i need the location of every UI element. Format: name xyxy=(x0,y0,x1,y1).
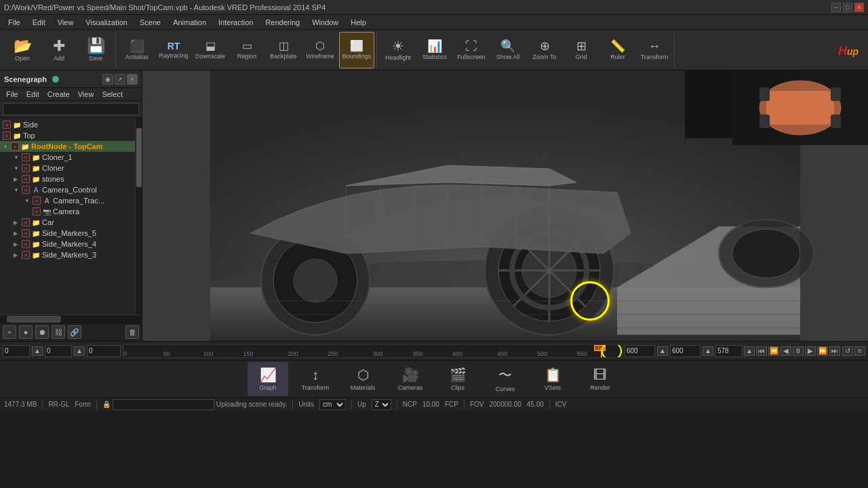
visibility-toggle-sidemarkers3[interactable]: × xyxy=(22,251,30,259)
vsets-button[interactable]: 📋 VSets xyxy=(532,362,573,396)
tree-item-car[interactable]: ▶ × 📁 Car xyxy=(0,217,135,228)
tree-item-sidemarkers4[interactable]: ▶ × 📁 Side_Markers_4 xyxy=(0,239,135,249)
anim-end-spinup[interactable]: ▲ xyxy=(657,346,668,356)
downscale-button[interactable]: ⬓ Downscale xyxy=(193,32,228,68)
antialias-button[interactable]: ⬛ Antialias xyxy=(119,32,155,68)
tree-item-side[interactable]: × 📁 Side xyxy=(0,119,135,130)
anim-offset-input[interactable] xyxy=(45,345,72,357)
sg-link-button[interactable]: ⛓ xyxy=(52,325,65,339)
menu-scene[interactable]: Scene xyxy=(134,17,166,28)
search-input[interactable] xyxy=(3,103,139,115)
status-input[interactable] xyxy=(113,399,214,410)
sg-menu-create[interactable]: Create xyxy=(44,89,73,99)
minimize-button[interactable]: − xyxy=(831,3,841,12)
zoomto-button[interactable]: ⊕ Zoom To xyxy=(527,32,562,68)
menu-visualization[interactable]: Visualization xyxy=(80,17,133,28)
horizontal-scroll-thumb[interactable] xyxy=(7,316,61,323)
tree-item-camera-control[interactable]: ▼ × A Camera_Control xyxy=(0,184,135,195)
tree-item-sidemarkers3[interactable]: ▶ × 📁 Side_Markers_3 xyxy=(0,249,135,260)
anim-val-input[interactable] xyxy=(87,345,121,357)
boundings-button[interactable]: ⬜ Boundings xyxy=(339,32,374,68)
visibility-toggle-rootnode[interactable]: × xyxy=(11,142,19,150)
maximize-button[interactable]: □ xyxy=(843,3,852,12)
grid-button[interactable]: ⊞ Grid xyxy=(564,32,599,68)
sg-detach-button[interactable]: ↗ xyxy=(115,74,125,85)
tree-item-cloner1[interactable]: ▼ × 📁 Cloner_1 xyxy=(0,152,135,163)
backplate-button[interactable]: ◫ Backplate xyxy=(266,32,301,68)
visibility-toggle-cloner1[interactable]: × xyxy=(22,153,30,161)
timeline-ruler[interactable]: 0 50 100 150 200 250 300 350 400 450 500… xyxy=(123,344,623,358)
visibility-toggle-stones[interactable]: × xyxy=(22,175,30,183)
step-back[interactable]: ⏪ xyxy=(768,346,779,356)
visibility-toggle-sidemarkers4[interactable]: × xyxy=(22,240,30,248)
tree-item-stones[interactable]: ▶ × 📁 stones xyxy=(0,174,135,184)
scenegraph-scroll-thumb[interactable] xyxy=(136,128,142,187)
sg-anim-button[interactable]: ⏺ xyxy=(35,325,49,339)
visibility-toggle-top[interactable]: × xyxy=(3,131,11,140)
render-button[interactable]: 🎞 Render xyxy=(580,362,620,396)
headlight-button[interactable]: ☀ Headlight xyxy=(380,32,416,68)
play-forward[interactable]: ▶ xyxy=(805,346,816,356)
menu-rendering[interactable]: Rendering xyxy=(260,17,305,28)
materials-button[interactable]: ⬡ Materials xyxy=(342,362,383,396)
visibility-toggle-cloner[interactable]: × xyxy=(22,164,30,172)
menu-animation[interactable]: Animation xyxy=(167,17,212,28)
anim-end-input[interactable] xyxy=(625,345,655,357)
sg-menu-select[interactable]: Select xyxy=(98,89,126,99)
play-back[interactable]: ◀ xyxy=(781,346,791,356)
sg-add-button[interactable]: + xyxy=(3,325,16,339)
raytracing-button[interactable]: RT Raytracing xyxy=(156,32,191,68)
anim-start-input[interactable] xyxy=(3,345,30,357)
visibility-toggle-camera-trac[interactable]: × xyxy=(33,197,41,205)
anim-start-spinup[interactable]: ▲ xyxy=(32,346,43,356)
sg-menu-file[interactable]: File xyxy=(3,89,22,99)
visibility-toggle-car[interactable]: × xyxy=(22,218,30,226)
sg-unlink-button[interactable]: 🔗 xyxy=(68,325,81,339)
units-select[interactable]: cmmmm xyxy=(319,399,346,410)
step-forward[interactable]: ⏩ xyxy=(817,346,828,356)
visibility-toggle-side[interactable]: × xyxy=(3,121,11,129)
sg-menu-view[interactable]: View xyxy=(75,89,98,99)
menu-edit[interactable]: Edit xyxy=(27,17,51,28)
visibility-toggle-camera-control[interactable]: × xyxy=(22,186,30,194)
current-frame-input[interactable] xyxy=(715,345,743,357)
scenegraph-vertical-scrollbar[interactable] xyxy=(135,118,142,314)
tree-item-rootnode[interactable]: ▼ × 📁 RootNode - TopCam xyxy=(0,141,135,152)
statistics-button[interactable]: 📊 Statistics xyxy=(417,32,452,68)
fullscreen-button[interactable]: ⛶ Fullscreen xyxy=(454,32,489,68)
sg-delete-button[interactable]: 🗑 xyxy=(125,325,139,339)
up-select[interactable]: ZY xyxy=(372,399,391,410)
sg-record-button[interactable]: ● xyxy=(19,325,33,339)
options-button[interactable]: ≡ xyxy=(854,346,865,356)
sg-toggle-button[interactable]: ◉ xyxy=(102,74,113,85)
open-button[interactable]: 📂 Open xyxy=(5,32,40,68)
viewport[interactable] xyxy=(142,70,868,341)
region-button[interactable]: ▭ Region xyxy=(229,32,264,68)
frame-spinup[interactable]: ▲ xyxy=(744,346,755,356)
menu-window[interactable]: Window xyxy=(307,17,344,28)
anim-dur-spinup[interactable]: ▲ xyxy=(703,346,713,356)
transform-bottom-button[interactable]: ↕ Transform xyxy=(295,362,336,396)
loop-button[interactable]: ↺ xyxy=(842,346,853,356)
clips-button[interactable]: 🎬 Clips xyxy=(437,362,478,396)
close-button[interactable]: × xyxy=(854,3,864,12)
anim-dur-input[interactable] xyxy=(670,345,701,357)
menu-help[interactable]: Help xyxy=(345,17,372,28)
ruler-button[interactable]: 📏 Ruler xyxy=(600,32,635,68)
anim-offset-spinup[interactable]: ▲ xyxy=(74,346,85,356)
sg-menu-edit[interactable]: Edit xyxy=(23,89,43,99)
pause-button[interactable]: ⏸ xyxy=(793,346,804,356)
scenegraph-horizontal-scrollbar[interactable] xyxy=(0,314,142,323)
showall-button[interactable]: 🔍 Show All xyxy=(490,32,526,68)
curves-button[interactable]: 〜 Curves xyxy=(485,362,526,396)
graph-button[interactable]: 📈 Graph xyxy=(248,362,288,396)
tree-item-camera[interactable]: × 📷 Camera xyxy=(0,206,135,217)
play-to-end[interactable]: ⏭ xyxy=(829,346,840,356)
tree-item-cloner[interactable]: ▼ × 📁 Cloner xyxy=(0,163,135,174)
tree-item-top[interactable]: × 📁 Top xyxy=(0,130,135,141)
menu-view[interactable]: View xyxy=(52,17,79,28)
menu-file[interactable]: File xyxy=(3,17,26,28)
wireframe-button[interactable]: ⬡ Wireframe xyxy=(302,32,338,68)
visibility-toggle-camera[interactable]: × xyxy=(33,207,41,216)
cameras-button[interactable]: 🎥 Cameras xyxy=(390,362,431,396)
